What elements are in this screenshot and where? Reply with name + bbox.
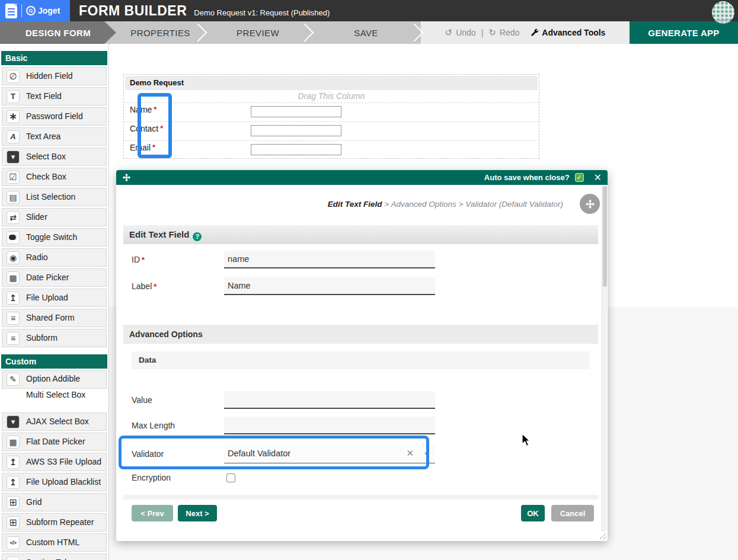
redo-button[interactable]: Redo <box>500 28 519 37</box>
upload-icon <box>7 292 20 305</box>
palette-item-toggle-switch[interactable]: Toggle Switch <box>2 228 107 247</box>
scrollbar-thumb[interactable] <box>603 186 607 287</box>
form-builder-screen: G Joget FORM BUILDER Demo Request v1: Re… <box>0 0 738 560</box>
text-area-icon <box>7 130 20 143</box>
upload-icon <box>7 456 20 469</box>
document-logo-icon <box>5 4 17 18</box>
palette-item-text-area[interactable]: Text Area <box>2 127 107 146</box>
palette-item-check-box[interactable]: Check Box <box>2 168 107 186</box>
calendar-icon <box>7 436 20 449</box>
title-area: FORM BUILDER Demo Request v1: Request (P… <box>79 3 330 19</box>
tab-save[interactable]: SAVE <box>311 21 421 44</box>
value-input[interactable] <box>224 391 435 409</box>
redo-icon: ↻ <box>488 27 496 38</box>
form-design-canvas: Demo Request Drag This Column Name * Con… <box>123 74 539 159</box>
list-icon <box>7 191 20 204</box>
encryption-row: Encryption <box>132 472 590 484</box>
palette-item-subform-repeater[interactable]: Subform Repeater <box>2 513 107 532</box>
generate-app-button[interactable]: GENERATE APP <box>630 21 738 44</box>
palette-item-shared-form[interactable]: Shared Form <box>2 309 107 327</box>
palette-item-grid[interactable]: Grid <box>2 493 107 511</box>
grid-icon <box>7 516 20 529</box>
element-palette-sidebar: Basic Hidden Field Text Field Password F… <box>0 44 109 560</box>
resize-grip[interactable] <box>598 532 606 539</box>
prev-button[interactable]: < Prev <box>132 505 173 521</box>
dialog-scrollbar[interactable] <box>602 186 607 532</box>
move-icon[interactable] <box>122 173 131 182</box>
undo-icon: ↺ <box>445 27 453 38</box>
chevron-down-icon[interactable]: ▾ <box>424 444 428 462</box>
cancel-button[interactable]: Cancel <box>551 505 594 521</box>
autosave-checkbox[interactable] <box>575 173 584 182</box>
palette-item-subform[interactable]: Subform <box>2 329 107 347</box>
select-dropdown-icon <box>7 415 20 428</box>
palette-item-list-selection[interactable]: List Selection <box>2 188 107 206</box>
document-icon <box>7 332 20 345</box>
palette-item-file-upload-blacklist[interactable]: File Upload Blacklist <box>2 473 107 491</box>
palette-item-radio[interactable]: Radio <box>2 248 107 267</box>
close-icon[interactable]: ✕ <box>594 173 602 183</box>
form-field-row-name[interactable]: Name * <box>124 103 539 121</box>
calendar-icon <box>7 271 20 284</box>
data-subsection-header: Data <box>132 351 590 369</box>
palette-section-basic: Basic <box>1 51 107 65</box>
palette-item-custom-html[interactable]: Custom HTML <box>2 533 107 552</box>
email-field-input[interactable] <box>251 144 341 155</box>
footer-divider <box>123 495 598 500</box>
palette-item-hidden-field[interactable]: Hidden Field <box>2 67 107 85</box>
pencil-square-icon <box>7 373 20 386</box>
logo-block[interactable]: G Joget <box>0 0 70 21</box>
form-field-row-email[interactable]: Email * <box>124 140 539 159</box>
palette-section-custom: Custom <box>1 354 107 369</box>
wrench-icon <box>530 28 539 37</box>
code-icon <box>7 536 20 549</box>
edit-text-field-dialog: Auto save when close? ✕ Edit Text Field … <box>116 170 608 541</box>
palette-item-aws-s3-file-upload[interactable]: AWS S3 File Upload <box>2 453 107 471</box>
palette-item-date-picker[interactable]: Date Picker <box>2 268 107 287</box>
breadcrumb: Edit Text Field > Advanced Options > Val… <box>328 200 563 209</box>
ok-button[interactable]: OK <box>521 505 545 521</box>
max-length-input[interactable] <box>224 417 435 434</box>
form-section-title[interactable]: Demo Request <box>125 76 538 90</box>
advanced-tools-label: Advanced Tools <box>542 28 605 37</box>
checkbox-icon <box>7 171 20 184</box>
joget-logo[interactable]: G Joget <box>26 6 60 15</box>
palette-item-text-field[interactable]: Text Field <box>2 87 107 105</box>
palette-item-flat-date-picker[interactable]: Flat Date Picker <box>2 433 107 451</box>
validator-select[interactable]: Default Validator ✕ ▾ <box>224 444 435 463</box>
user-avatar[interactable]: admin <box>712 1 734 24</box>
palette-item-section-tabs[interactable]: Section Tabs <box>2 553 107 560</box>
text-field-icon <box>7 90 20 103</box>
radio-icon <box>7 251 20 264</box>
asterisk-icon <box>7 110 20 123</box>
breadcrumb-trail: > Advanced Options > Validator (Default … <box>382 200 563 209</box>
value-row: Value <box>132 391 590 409</box>
next-button[interactable]: Next > <box>178 505 217 521</box>
upload-icon <box>7 476 20 489</box>
advanced-tools-button[interactable]: Advanced Tools <box>530 28 605 37</box>
joget-logo-text: Joget <box>38 6 60 15</box>
clear-icon[interactable]: ✕ <box>406 444 414 462</box>
undo-button[interactable]: Undo <box>456 28 475 37</box>
palette-item-file-upload[interactable]: File Upload <box>2 289 107 307</box>
tab-design-form[interactable]: DESIGN FORM <box>0 21 116 44</box>
breadcrumb-current[interactable]: Edit Text Field <box>328 200 382 209</box>
name-field-input[interactable] <box>251 106 341 117</box>
dialog-title-bar[interactable]: Auto save when close? ✕ <box>116 170 608 185</box>
form-field-row-contact[interactable]: Contact * <box>124 121 539 140</box>
help-icon[interactable]: ? <box>193 232 202 241</box>
id-input[interactable] <box>224 251 435 268</box>
toolbar-divider: | <box>481 28 484 37</box>
grid-icon <box>7 496 20 509</box>
palette-item-option-addible-multi-select-box[interactable]: Option Addible Multi Select Box <box>2 370 107 389</box>
collapse-arrows-icon[interactable] <box>580 194 600 214</box>
contact-field-input[interactable] <box>251 125 341 136</box>
palette-item-slider[interactable]: Slider <box>2 208 107 226</box>
label-input[interactable] <box>224 277 435 295</box>
encryption-checkbox[interactable] <box>226 473 235 482</box>
drag-column-hint: Drag This Column <box>124 91 539 103</box>
app-title: FORM BUILDER <box>79 3 187 19</box>
palette-item-password-field[interactable]: Password Field <box>2 107 107 126</box>
palette-item-select-box[interactable]: Select Box <box>2 148 107 166</box>
palette-item-ajax-select-box[interactable]: AJAX Select Box <box>2 412 107 431</box>
